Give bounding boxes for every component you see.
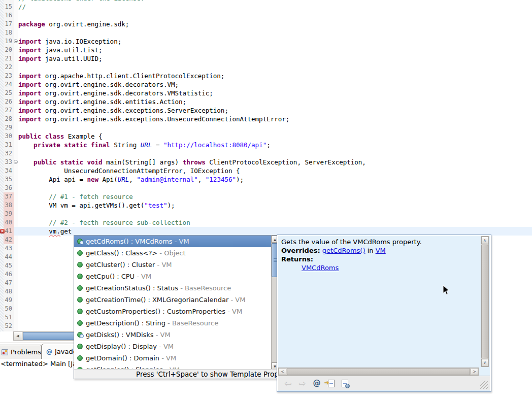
scrollbar-thumb[interactable] [23, 332, 80, 340]
fold-column [14, 305, 18, 313]
completion-item[interactable]: getDomain() : Domain - VM [74, 352, 278, 364]
completion-item[interactable]: getCluster() : Cluster - VM [74, 259, 278, 271]
line-number: 49 [4, 296, 14, 305]
code-line[interactable]: 31 private static final String URL = "ht… [0, 141, 532, 149]
code-line[interactable]: 36 [0, 184, 532, 192]
public-method-icon [77, 320, 83, 326]
completion-qualifier: - BaseResource [165, 319, 218, 327]
fold-column [14, 270, 18, 279]
fold-column [14, 141, 18, 149]
fold-column [14, 175, 18, 184]
completion-item[interactable]: getCustomProperties() : CustomProperties… [74, 306, 278, 317]
code-line[interactable]: 21import java.util.UUID; [0, 54, 532, 63]
code-line[interactable]: 19import java.io.IOException; [0, 37, 532, 46]
line-number: 20 [4, 46, 14, 54]
code-text: import org.ovirt.engine.sdk.exceptions.S… [18, 106, 532, 115]
completion-item[interactable]: getDisks() : VMDisks - VM [74, 329, 278, 341]
code-line[interactable]: 26import org.ovirt.engine.sdk.entities.A… [0, 97, 532, 106]
code-text: import java.util.UUID; [18, 54, 532, 63]
code-line[interactable]: 39 [0, 210, 532, 218]
completion-item[interactable]: getDisplay() : Display - VM [74, 341, 278, 352]
code-line[interactable]: 16 [0, 11, 532, 20]
code-line[interactable]: 30public class Example { [0, 132, 532, 141]
chevron-right-icon[interactable]: > [471, 368, 478, 375]
fold-column [14, 3, 18, 11]
fold-column [14, 132, 18, 141]
show-attached-javadoc-icon[interactable]: @ [313, 379, 321, 388]
code-text: // #2 - fecth resource sub-collection [18, 218, 532, 227]
line-number: 35 [4, 175, 14, 184]
code-line[interactable]: 29 [0, 123, 532, 132]
code-line[interactable]: 24import org.ovirt.engine.sdk.decorators… [0, 80, 532, 89]
fold-column [14, 218, 18, 227]
javadoc-horizontal-scrollbar[interactable]: < > [278, 367, 479, 376]
open-declaration-icon[interactable]: ➜ [328, 380, 335, 387]
completion-qualifier: - VM [228, 296, 245, 304]
fold-column [14, 89, 18, 97]
tab-label: Problems [11, 348, 41, 356]
code-line[interactable]: 25import org.ovirt.engine.sdk.decorators… [0, 89, 532, 97]
tab-problems[interactable]: Problems [0, 345, 42, 359]
code-text: Api api = new Api(URL, "admin@internal",… [18, 175, 532, 184]
code-text [18, 210, 532, 218]
line-number: 33 [4, 158, 14, 166]
code-line[interactable]: 38 VM vm = api.getVMs().get("test"); [0, 201, 532, 210]
code-line[interactable]: 20import java.util.List; [0, 46, 532, 54]
marker-column [0, 89, 4, 97]
marker-column [0, 20, 4, 28]
returns-type-link[interactable]: VMCdRoms [302, 264, 339, 272]
fold-column [14, 106, 18, 115]
fold-column [14, 149, 18, 158]
marker-column [0, 166, 4, 175]
code-text: import org.apache.http.client.ClientProt… [18, 72, 532, 80]
completion-item[interactable]: getCdRoms() : VMCdRoms - VM [74, 236, 278, 247]
code-text: // [18, 3, 532, 11]
code-line[interactable]: 37 // #1 - fetch resource [0, 192, 532, 201]
scrollbar-thumb[interactable] [287, 368, 470, 375]
overrides-method-link[interactable]: getCdRoms() [322, 247, 365, 254]
public-method-icon [77, 285, 83, 291]
code-line[interactable]: 40 // #2 - fecth resource sub-collection [0, 218, 532, 227]
back-icon[interactable]: ⇦ [284, 378, 291, 388]
overrides-in-text: in [365, 247, 376, 254]
marker-column [0, 115, 4, 123]
marker-column [0, 236, 4, 244]
line-number: 39 [4, 210, 14, 218]
code-line[interactable]: 32 [0, 149, 532, 158]
method-decorated-icon [77, 332, 83, 338]
open-in-browser-icon[interactable] [342, 380, 348, 387]
javadoc-toolbar: ⇦ ⇨ @ ➜ [278, 376, 490, 390]
overrides-class-link[interactable]: VM [376, 247, 386, 254]
chevron-left-icon[interactable]: < [279, 368, 286, 375]
fold-column [14, 287, 18, 296]
javadoc-vertical-scrollbar[interactable]: ∧ ∨ [481, 236, 489, 367]
code-line[interactable]: 17package org.ovirt.engine.sdk; [0, 20, 532, 28]
completion-item[interactable]: getCreationStatus() : Status - BaseResou… [74, 282, 278, 294]
code-line[interactable]: 34 UnsecuredConnectionAttemptError, IOEx… [0, 166, 532, 175]
completion-item[interactable]: getDescription() : String - BaseResource [74, 317, 278, 329]
completion-item[interactable]: getCreationTime() : XMLGregorianCalendar… [74, 294, 278, 306]
marker-column [0, 3, 4, 11]
marker-column [0, 184, 4, 192]
completion-item[interactable]: getCpu() : CPU - VM [74, 271, 278, 282]
forward-icon[interactable]: ⇨ [298, 378, 306, 388]
scroll-left-icon[interactable]: ◀ [14, 332, 22, 340]
fold-minus-icon[interactable] [14, 39, 18, 43]
returns-label: Returns: [281, 255, 313, 263]
code-line[interactable]: 22 [0, 63, 532, 72]
line-number: 36 [4, 184, 14, 192]
code-line[interactable]: 23import org.apache.http.client.ClientPr… [0, 72, 532, 80]
fold-column [14, 158, 18, 166]
code-line[interactable]: 35 Api api = new Api(URL, "admin@interna… [0, 175, 532, 184]
code-line[interactable]: 28import org.ovirt.engine.sdk.exceptions… [0, 115, 532, 123]
code-line[interactable]: 33 public static void main(String[] args… [0, 158, 532, 166]
fold-minus-icon[interactable] [14, 160, 18, 164]
chevron-down-icon[interactable]: ∨ [481, 359, 488, 366]
code-line[interactable]: 18 [0, 28, 532, 37]
resize-grip[interactable] [480, 381, 488, 389]
chevron-up-icon[interactable]: ∧ [481, 237, 488, 244]
code-line[interactable]: 27import org.ovirt.engine.sdk.exceptions… [0, 106, 532, 115]
completion-item[interactable]: getClass() : Class<?> - Object [74, 247, 278, 259]
code-line[interactable]: 15// [0, 3, 532, 11]
scrollbar-thumb[interactable] [481, 245, 488, 358]
